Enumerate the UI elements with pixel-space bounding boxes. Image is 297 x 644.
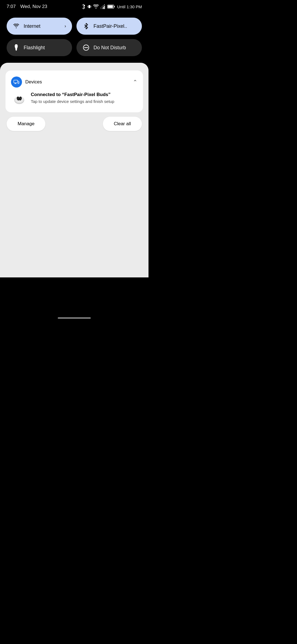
status-time: 7:07 bbox=[7, 4, 16, 9]
notif-card-text: Connected to “FastPair-Pixel Buds” Tap t… bbox=[31, 92, 114, 104]
wifi-tile-icon bbox=[13, 23, 20, 30]
internet-tile[interactable]: Internet › bbox=[7, 18, 72, 35]
home-indicator bbox=[58, 317, 91, 319]
dnd-tile[interactable]: Do Not Disturb bbox=[76, 39, 142, 56]
wifi-icon bbox=[93, 4, 99, 9]
status-right-area: Until 1:30 PM bbox=[81, 4, 142, 9]
battery-label: Until 1:30 PM bbox=[117, 4, 142, 9]
svg-point-17 bbox=[18, 82, 19, 83]
battery-icon bbox=[107, 4, 115, 9]
dnd-tile-label: Do Not Disturb bbox=[94, 45, 126, 51]
svg-rect-11 bbox=[15, 44, 17, 45]
bluetooth-tile-icon bbox=[82, 23, 90, 30]
notification-area: Devices ⌃ Connected to “FastPair- bbox=[0, 63, 148, 277]
device-image bbox=[12, 92, 26, 106]
svg-rect-13 bbox=[16, 50, 17, 51]
action-buttons: Manage Clear all bbox=[6, 117, 143, 131]
svg-rect-1 bbox=[88, 6, 88, 7]
notif-subtitle: Tap to update device settings and finish… bbox=[31, 99, 114, 104]
svg-rect-0 bbox=[89, 5, 90, 8]
notif-title: Connected to “FastPair-Pixel Buds” bbox=[31, 92, 114, 97]
notif-section-title: Devices bbox=[25, 79, 42, 85]
svg-rect-12 bbox=[15, 48, 17, 50]
svg-rect-10 bbox=[108, 6, 113, 8]
devices-icon bbox=[11, 77, 22, 88]
devices-notification-card[interactable]: Devices ⌃ Connected to “FastPair- bbox=[6, 70, 143, 112]
flashlight-tile[interactable]: Flashlight bbox=[7, 39, 72, 56]
manage-button[interactable]: Manage bbox=[7, 117, 45, 131]
fastpair-tile[interactable]: FastPair-Pixel.. bbox=[76, 18, 142, 35]
quick-tiles-grid: Internet › FastPair-Pixel.. Flashlight bbox=[0, 12, 148, 63]
internet-chevron-icon: › bbox=[65, 24, 66, 29]
clear-all-button[interactable]: Clear all bbox=[103, 117, 142, 131]
svg-rect-2 bbox=[91, 6, 91, 7]
flashlight-tile-icon bbox=[13, 44, 20, 51]
status-time-date: 7:07 Wed, Nov 23 bbox=[7, 4, 47, 9]
status-bar: 7:07 Wed, Nov 23 bbox=[0, 0, 148, 12]
notif-card-body: Connected to “FastPair-Pixel Buds” Tap t… bbox=[11, 92, 138, 106]
collapse-icon[interactable]: ⌃ bbox=[133, 79, 138, 85]
notif-title-row: Devices bbox=[11, 77, 42, 88]
signal-icon bbox=[100, 4, 106, 9]
notif-card-header: Devices ⌃ bbox=[11, 77, 138, 88]
bluetooth-icon bbox=[81, 4, 86, 9]
svg-rect-16 bbox=[14, 80, 18, 83]
svg-rect-9 bbox=[114, 6, 115, 7]
status-date: Wed, Nov 23 bbox=[20, 4, 47, 9]
vibrate-icon bbox=[87, 4, 92, 9]
fastpair-tile-label: FastPair-Pixel.. bbox=[94, 23, 127, 29]
status-icons bbox=[81, 4, 115, 9]
internet-tile-label: Internet bbox=[24, 23, 40, 29]
dnd-tile-icon bbox=[82, 44, 90, 51]
flashlight-tile-label: Flashlight bbox=[24, 45, 45, 51]
